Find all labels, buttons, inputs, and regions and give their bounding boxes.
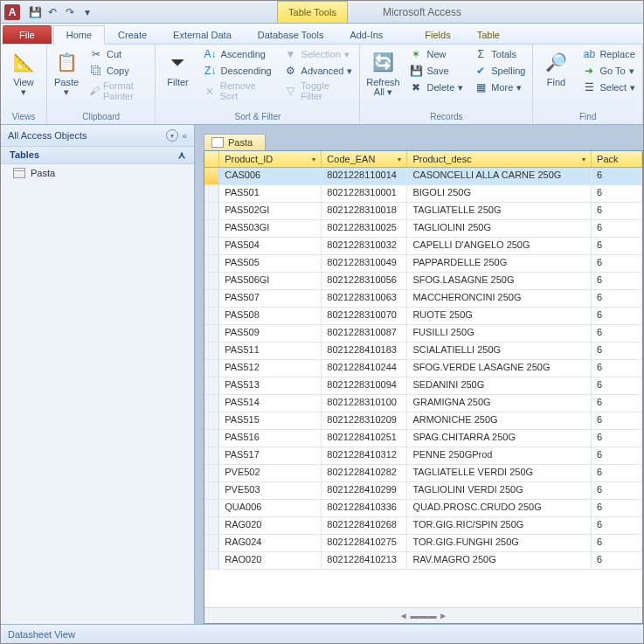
row-selector[interactable] bbox=[204, 185, 219, 202]
cell-code-ean[interactable]: 8021228310087 bbox=[322, 325, 407, 342]
row-selector[interactable] bbox=[204, 308, 219, 324]
cell-code-ean[interactable]: 8021228410336 bbox=[322, 500, 407, 516]
cell-pack[interactable]: 6 bbox=[592, 430, 642, 447]
refresh-all-button[interactable]: 🔄 Refresh All ▾ bbox=[364, 46, 402, 99]
cell-product-desc[interactable]: TOR.GIG.FUNGHI 250G bbox=[407, 535, 592, 551]
chevron-down-icon[interactable]: ▾ bbox=[312, 156, 315, 163]
table-row[interactable]: PVE5028021228410282TAGLIATELLE VERDI 250… bbox=[204, 465, 642, 482]
cell-product-desc[interactable]: TAGLIATELLE VERDI 250G bbox=[407, 465, 592, 481]
cell-product-desc[interactable]: MACCHERONCINI 250G bbox=[407, 290, 592, 307]
cell-product-desc[interactable]: SPAG.CHITARRA 250G bbox=[407, 430, 592, 447]
cell-product-desc[interactable]: SFOG.VERDE LASAGNE 250G bbox=[407, 360, 592, 377]
cell-code-ean[interactable]: 8021228310049 bbox=[322, 255, 407, 272]
row-selector[interactable] bbox=[204, 517, 219, 534]
cell-pack[interactable]: 6 bbox=[592, 552, 642, 569]
save-button[interactable]: 💾Save bbox=[405, 63, 467, 79]
row-selector[interactable] bbox=[204, 395, 219, 412]
tab-external-data[interactable]: External Data bbox=[160, 25, 245, 44]
tab-table[interactable]: Table bbox=[464, 25, 513, 44]
grid-body[interactable]: CAS0068021228110014CASONCELLI ALLA CARNE… bbox=[204, 168, 642, 607]
cell-product-desc[interactable]: SEDANINI 250G bbox=[407, 377, 592, 394]
cell-product-desc[interactable]: FUSILLI 250G bbox=[407, 325, 592, 342]
table-row[interactable]: CAS0068021228110014CASONCELLI ALLA CARNE… bbox=[204, 168, 642, 185]
tab-addins[interactable]: Add-Ins bbox=[336, 25, 396, 44]
cell-code-ean[interactable]: 8021228310018 bbox=[322, 203, 407, 219]
cell-product-desc[interactable]: PENNE 250GProd bbox=[407, 447, 592, 464]
cell-product-desc[interactable]: TAGLIOLINI VERDI 250G bbox=[407, 482, 592, 499]
replace-button[interactable]: abReplace bbox=[578, 46, 639, 62]
tab-home[interactable]: Home bbox=[53, 25, 105, 45]
cell-product-id[interactable]: PAS511 bbox=[219, 343, 322, 359]
cell-product-id[interactable]: RAO020 bbox=[219, 552, 322, 569]
cell-pack[interactable]: 6 bbox=[592, 517, 642, 534]
row-selector[interactable] bbox=[204, 290, 219, 307]
cell-code-ean[interactable]: 8021228410275 bbox=[322, 535, 407, 551]
select-button[interactable]: ☰Select ▾ bbox=[578, 80, 639, 95]
cell-code-ean[interactable]: 8021228110014 bbox=[322, 168, 407, 184]
row-selector[interactable] bbox=[204, 360, 219, 377]
tab-fields[interactable]: Fields bbox=[412, 25, 463, 44]
cell-product-id[interactable]: CAS006 bbox=[219, 168, 322, 184]
cell-pack[interactable]: 6 bbox=[592, 465, 642, 481]
cell-pack[interactable]: 6 bbox=[592, 482, 642, 499]
cell-code-ean[interactable]: 8021228410282 bbox=[322, 465, 407, 481]
find-button[interactable]: 🔎 Find bbox=[537, 46, 575, 89]
cell-product-desc[interactable]: TOR.GIG.RIC/SPIN 250G bbox=[407, 517, 592, 534]
row-selector[interactable] bbox=[204, 430, 219, 447]
cell-product-desc[interactable]: SFOG.LASAGNE 250G bbox=[407, 273, 592, 289]
ascending-button[interactable]: A↓Ascending bbox=[200, 46, 277, 62]
cell-code-ean[interactable]: 8021228310100 bbox=[322, 395, 407, 412]
table-row[interactable]: RAO0208021228410213RAV.MAGRO 250G6 bbox=[204, 552, 642, 570]
datasheet-tab-pasta[interactable]: Pasta bbox=[204, 134, 266, 150]
cell-product-id[interactable]: PAS509 bbox=[219, 325, 322, 342]
cell-product-id[interactable]: PAS505 bbox=[219, 255, 322, 272]
table-row[interactable]: PAS506GI8021228310056SFOG.LASAGNE 250G6 bbox=[204, 273, 642, 290]
table-row[interactable]: RAG0248021228410275TOR.GIG.FUNGHI 250G6 bbox=[204, 535, 642, 552]
cell-product-desc[interactable]: SCIALATIELLI 250G bbox=[407, 343, 592, 359]
table-row[interactable]: PVE5038021228410299TAGLIOLINI VERDI 250G… bbox=[204, 482, 642, 500]
chevron-down-icon[interactable]: ▾ bbox=[582, 156, 585, 163]
cell-code-ean[interactable]: 8021228410299 bbox=[322, 482, 407, 499]
row-selector[interactable] bbox=[204, 255, 219, 272]
cell-code-ean[interactable]: 8021228410312 bbox=[322, 447, 407, 464]
table-row[interactable]: PAS503GI8021228310025TAGLIOLINI 250G6 bbox=[204, 220, 642, 238]
cell-product-id[interactable]: PAS506GI bbox=[219, 273, 322, 289]
table-row[interactable]: PAS5128021228410244SFOG.VERDE LASAGNE 25… bbox=[204, 360, 642, 377]
cell-product-desc[interactable]: GRAMIGNA 250G bbox=[407, 395, 592, 412]
cell-product-desc[interactable]: RUOTE 250G bbox=[407, 308, 592, 324]
cell-pack[interactable]: 6 bbox=[592, 447, 642, 464]
cell-product-id[interactable]: PAS504 bbox=[219, 238, 322, 254]
horizontal-scrollbar[interactable]: ◄ ▬▬▬ ► bbox=[204, 607, 642, 623]
nav-collapse-icon[interactable]: « bbox=[182, 131, 187, 141]
cell-code-ean[interactable]: 8021228410183 bbox=[322, 343, 407, 359]
new-button[interactable]: ✶New bbox=[405, 46, 467, 62]
cell-product-id[interactable]: PAS502GI bbox=[219, 203, 322, 219]
cell-code-ean[interactable]: 8021228310209 bbox=[322, 412, 407, 429]
cell-pack[interactable]: 6 bbox=[592, 308, 642, 324]
cell-product-desc[interactable]: CAPELLI D'ANGELO 250G bbox=[407, 238, 592, 254]
cell-product-id[interactable]: PAS517 bbox=[219, 447, 322, 464]
row-selector[interactable] bbox=[204, 500, 219, 516]
undo-icon[interactable]: ↶ bbox=[45, 4, 60, 20]
cell-product-desc[interactable]: QUAD.PROSC.CRUDO 250G bbox=[407, 500, 592, 516]
table-row[interactable]: PAS5018021228310001BIGOLI 250G6 bbox=[204, 185, 642, 203]
table-row[interactable]: PAS5058021228310049PAPPARDELLE 250G6 bbox=[204, 255, 642, 273]
row-selector[interactable] bbox=[204, 238, 219, 254]
filter-button[interactable]: ⏷ Filter bbox=[159, 46, 196, 89]
cell-product-desc[interactable]: TAGLIATELLE 250G bbox=[407, 203, 592, 219]
cell-code-ean[interactable]: 8021228410244 bbox=[322, 360, 407, 377]
descending-button[interactable]: Z↓Descending bbox=[200, 63, 277, 79]
more-button[interactable]: ▦More ▾ bbox=[470, 80, 529, 95]
col-pack[interactable]: Pack bbox=[592, 151, 642, 167]
row-selector[interactable] bbox=[204, 465, 219, 481]
row-selector[interactable] bbox=[204, 220, 219, 237]
cell-code-ean[interactable]: 8021228310063 bbox=[322, 290, 407, 307]
cell-pack[interactable]: 6 bbox=[592, 185, 642, 202]
cell-pack[interactable]: 6 bbox=[592, 238, 642, 254]
cell-pack[interactable]: 6 bbox=[592, 500, 642, 516]
cell-pack[interactable]: 6 bbox=[592, 360, 642, 377]
copy-button[interactable]: ⿻Copy bbox=[86, 63, 151, 79]
row-selector[interactable] bbox=[204, 447, 219, 464]
table-row[interactable]: PAS5138021228310094SEDANINI 250G6 bbox=[204, 377, 642, 395]
cell-product-desc[interactable]: BIGOLI 250G bbox=[407, 185, 592, 202]
